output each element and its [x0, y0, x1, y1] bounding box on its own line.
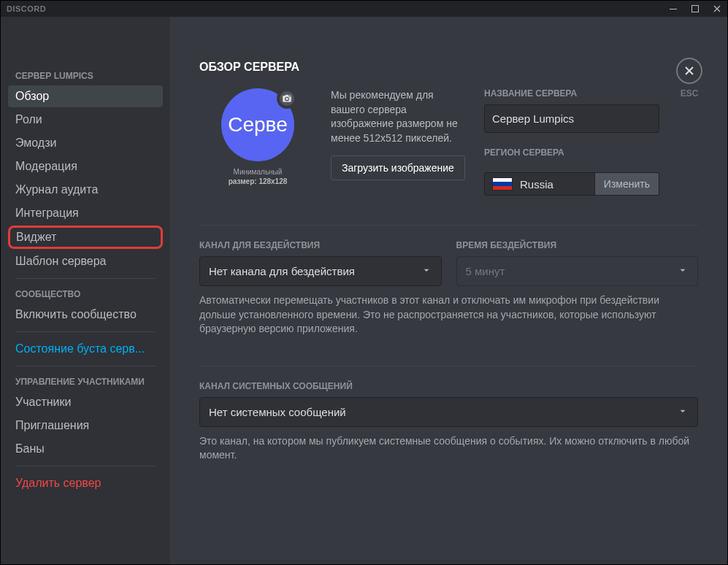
divider: [15, 331, 156, 332]
main-content: ESC ОБЗОР СЕРВЕРА Серве Минимальный разм…: [170, 17, 727, 564]
close-settings-button[interactable]: [676, 58, 702, 84]
sidebar-item-emoji[interactable]: Эмодзи: [8, 132, 163, 154]
divider: [15, 278, 156, 279]
server-region-display: Russia: [484, 172, 595, 196]
sidebar-header-members: УПРАВЛЕНИЕ УЧАСТНИКАМИ: [8, 372, 163, 391]
server-name-label: НАЗВАНИЕ СЕРВЕРА: [484, 88, 698, 99]
afk-help-text: Автоматически перемещать участников в эт…: [199, 293, 698, 337]
app-title: DISCORD: [7, 4, 46, 13]
svg-rect-1: [692, 6, 699, 12]
minimize-button[interactable]: [669, 4, 678, 13]
server-avatar-uploader[interactable]: Серве: [221, 88, 294, 161]
maximize-button[interactable]: [691, 4, 700, 13]
close-icon: [683, 65, 695, 77]
sidebar-item-invites[interactable]: Приглашения: [8, 415, 163, 437]
afk-channel-label: КАНАЛ ДЛЯ БЕЗДЕЙСТВИЯ: [199, 240, 442, 250]
system-channel-select[interactable]: Нет системных сообщений: [199, 397, 698, 427]
flag-russia-icon: [492, 177, 513, 191]
sidebar-item-moderation[interactable]: Модерация: [8, 155, 163, 177]
upload-image-button[interactable]: Загрузить изображение: [331, 155, 465, 180]
sidebar-item-roles[interactable]: Роли: [8, 109, 163, 131]
sidebar-header-community: СООБЩЕСТВО: [8, 285, 163, 304]
sidebar-item-overview[interactable]: Обзор: [8, 85, 163, 107]
divider: [199, 366, 698, 366]
close-window-button[interactable]: [713, 4, 721, 13]
divider: [15, 366, 156, 366]
sidebar-item-bans[interactable]: Баны: [8, 438, 163, 460]
sidebar-header-server: СЕРВЕР LUMPICS: [8, 66, 163, 85]
sidebar-item-widget[interactable]: Виджет: [8, 226, 163, 249]
chevron-down-icon: [421, 264, 432, 278]
sidebar-item-enable-community[interactable]: Включить сообщество: [8, 304, 163, 326]
sidebar-item-delete-server[interactable]: Удалить сервер: [8, 472, 163, 494]
sidebar-item-audit-log[interactable]: Журнал аудита: [8, 179, 163, 201]
avatar-size-hint: Минимальный размер: 128x128: [199, 167, 316, 186]
esc-label: ESC: [676, 88, 702, 99]
afk-channel-select[interactable]: Нет канала для бездействия: [199, 256, 442, 286]
settings-sidebar: СЕРВЕР LUMPICS Обзор Роли Эмодзи Модерац…: [1, 17, 170, 564]
chevron-down-icon: [677, 405, 689, 419]
server-region-label: РЕГИОН СЕРВЕРА: [484, 147, 698, 158]
sidebar-item-members[interactable]: Участники: [8, 391, 163, 413]
divider: [15, 466, 156, 466]
titlebar: DISCORD: [1, 1, 727, 17]
system-channel-label: КАНАЛ СИСТЕМНЫХ СООБЩЕНИЙ: [199, 381, 698, 391]
sidebar-item-boost-status[interactable]: Состояние буста серв...: [8, 338, 163, 360]
system-help-text: Это канал, на котором мы публикуем систе…: [199, 434, 698, 463]
sidebar-item-integrations[interactable]: Интеграция: [8, 202, 163, 224]
change-region-button[interactable]: Изменить: [595, 172, 659, 196]
upload-image-icon: [277, 88, 297, 109]
divider: [199, 225, 698, 226]
afk-timeout-label: ВРЕМЯ БЕЗДЕЙСТВИЯ: [456, 240, 699, 250]
chevron-down-icon: [677, 264, 689, 278]
sidebar-item-server-template[interactable]: Шаблон сервера: [8, 250, 163, 272]
svg-rect-0: [670, 9, 677, 9]
avatar-recommendation-text: Мы рекомендуем для вашего сервера изобра…: [331, 88, 470, 145]
server-name-input[interactable]: [484, 104, 659, 133]
afk-timeout-select[interactable]: 5 минут: [456, 256, 699, 286]
page-title: ОБЗОР СЕРВЕРА: [199, 61, 698, 74]
